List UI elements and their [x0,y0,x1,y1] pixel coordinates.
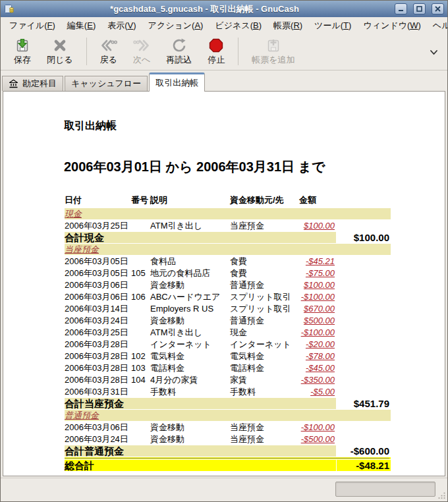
amount-link[interactable]: -$100.00 [301,327,335,337]
description-cell: ATM引き出し [150,327,229,338]
maximize-button[interactable] [413,3,426,14]
total-label: 合計普通預金 [65,445,336,457]
amount-link[interactable]: -$45.21 [306,256,335,266]
description-cell: ATM引き出し [150,220,229,231]
table-header-row: 日付番号説明資金移動元/先金額 [65,194,391,208]
num-cell [131,433,150,445]
menu-actions[interactable]: アクション(A) [142,18,210,34]
description-cell: インターネット [150,339,229,350]
amount-link[interactable]: -$500.00 [301,434,335,444]
toolbar-button-reload[interactable]: 再読込 [158,34,200,69]
resize-grip[interactable] [437,491,446,499]
amount-cell: -$78.00 [299,350,336,362]
num-cell [131,220,150,231]
tab-transaction-report[interactable]: 取引出納帳 [149,72,205,92]
amount-link[interactable]: -$20.00 [306,339,335,349]
transaction-row: 2006年03月14日Employers R USスプリット取引$670.00 [65,303,391,314]
minimize-button[interactable] [395,3,407,14]
num-cell [131,315,150,326]
amount-cell: -$75.00 [299,267,336,279]
total-label: 合計現金 [65,232,336,243]
menu-windows[interactable]: ウィンドウ(W) [357,18,426,34]
grand-total-row: 総合計-$48.21 [65,460,391,471]
amount-cell: -$20.00 [299,339,336,350]
account-link[interactable]: 当座預金 [65,244,99,254]
amount-link[interactable]: $500.00 [304,316,335,325]
date-cell: 2006年03月24日 [65,315,130,326]
total-row: 合計普通預金-$600.00 [65,445,391,457]
description-cell: 食料品 [150,256,229,267]
toolbar-button-save[interactable]: 保存 [6,34,39,69]
amount-cell: -$100.00 [299,422,336,433]
toolbar-button-stop[interactable]: 停止 [200,34,233,69]
date-cell: 2006年03月05日 [65,267,130,279]
menu-tools[interactable]: ツール(T) [308,18,357,34]
amount-link[interactable]: -$5.00 [310,387,335,397]
total-amount: $100.00 [337,232,391,243]
num-cell [131,279,150,291]
menu-view[interactable]: 表示(V) [101,18,142,34]
amount-cell: -$45.00 [299,362,336,374]
amount-link[interactable]: $670.00 [304,304,335,314]
total-spacer-cell [337,339,391,350]
description-cell: 地元の食料品店 [150,267,229,279]
transaction-row: 2006年03月28日1044月分の家賃家賃-$350.00 [65,374,391,385]
total-spacer-cell [337,374,391,385]
account-link[interactable]: 現金 [65,209,82,219]
num-cell: 105 [131,267,150,279]
num-cell [131,386,150,397]
app-icon [4,4,14,14]
report-subtitle: 2006年03月01日 から 2006年03月31日 まで [64,158,445,176]
toolbar-button-label: 帳票を追加 [252,54,294,66]
transaction-row: 2006年03月25日ATM引き出し現金-$100.00 [65,327,391,338]
num-cell [131,303,150,314]
amount-link[interactable]: -$45.00 [306,363,335,373]
amount-link[interactable]: -$350.00 [301,375,335,385]
description-cell: 手数料 [150,386,229,397]
total-row: 合計当座預金$451.79 [65,398,391,409]
toolbar-button-label: 保存 [14,54,31,66]
horizontal-rule [65,458,389,459]
close-button[interactable] [432,3,444,14]
menu-help[interactable]: ヘルプ(H) [427,18,448,34]
total-spacer-cell [337,362,391,374]
amount-cell: $100.00 [299,220,336,231]
tab-cash-flow[interactable]: キャッシュフロー [65,76,148,91]
menu-business[interactable]: ビジネス(B) [209,18,267,34]
menu-file[interactable]: ファイル(F) [3,18,61,34]
date-cell: 2006年03月28日 [65,339,130,350]
toolbar-overflow-button[interactable] [427,43,441,61]
menu-edit[interactable]: 編集(E) [61,18,101,34]
transfer-cell: 普通預金 [230,279,298,291]
toolbar-button-close[interactable]: 閉じる [39,34,81,69]
account-link[interactable]: 普通預金 [65,410,99,420]
amount-link[interactable]: -$75.00 [306,268,335,278]
total-spacer-cell [337,350,391,362]
amount-link[interactable]: -$100.00 [301,422,335,432]
num-cell [131,339,150,350]
date-cell: 2006年03月28日 [65,374,130,385]
amount-link[interactable]: $100.00 [304,221,335,231]
col-header-2: 説明 [150,194,229,208]
num-cell: 102 [131,350,150,362]
date-cell: 2006年03月06日 [65,291,130,302]
toolbar-button-back[interactable]: 戻る [92,34,125,69]
toolbar-button-label: 閉じる [47,54,73,66]
report-table: 日付番号説明資金移動元/先金額現金2006年03月25日ATM引き出し当座預金$… [64,193,391,472]
description-cell: ABCハードウエア [150,291,229,302]
grand-total-amount: -$48.21 [337,460,391,471]
close-icon [435,6,441,12]
maximize-icon [416,6,422,12]
amount-link[interactable]: -$78.00 [306,351,335,361]
menu-reports[interactable]: 帳票(R) [267,18,308,34]
amount-link[interactable]: -$100.00 [301,292,335,302]
total-amount: -$600.00 [337,445,391,457]
transfer-cell: 食費 [230,256,298,267]
tabbar: 勘定科目キャッシュフロー取引出納帳 [1,70,447,91]
amount-cell: -$100.00 [299,291,336,302]
close-icon [52,38,68,53]
tab-label: キャッシュフロー [71,78,141,90]
tab-accounts[interactable]: 勘定科目 [2,76,63,91]
num-cell [131,256,150,267]
amount-link[interactable]: $100.00 [304,280,335,290]
